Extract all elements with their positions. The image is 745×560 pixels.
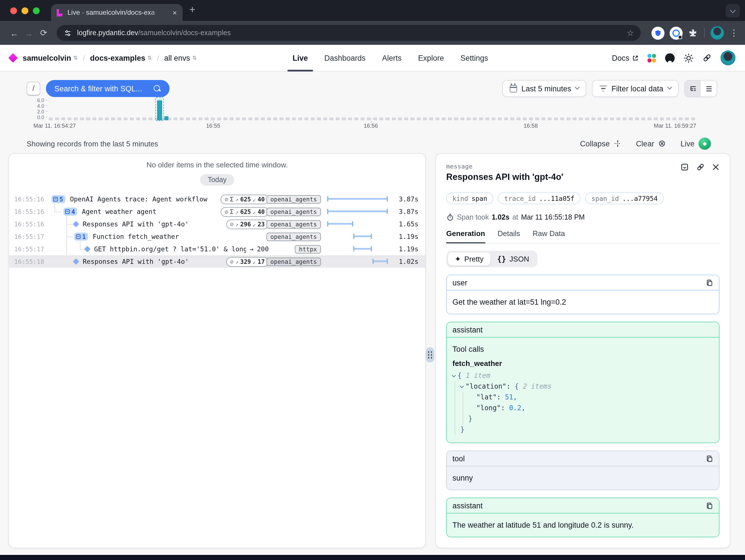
copy-icon[interactable] [706, 502, 713, 509]
span-name: Responses API with 'gpt-4o' [83, 257, 219, 266]
browser-tab[interactable]: Live · samuelcolvin/docs-exa × [51, 4, 183, 21]
search-icon [153, 85, 161, 92]
logfire-logo-icon[interactable] [8, 53, 18, 63]
token-icon: ⊘ [230, 221, 234, 227]
search-filter-button[interactable]: Search & filter with SQL... [46, 80, 169, 97]
span-timestamp: 16:55:17 [14, 245, 42, 253]
role-label: assistant [452, 325, 483, 334]
window-bottom-edge [0, 555, 745, 560]
nav-tab-live[interactable]: Live [293, 45, 308, 71]
scrub-to-span-icon[interactable] [680, 163, 689, 172]
app-header: samuelcolvin ⇅ / docs-examples ⇅ / all e… [0, 45, 745, 71]
clear-button[interactable]: Clear ⊗ [636, 139, 666, 148]
bookmark-star-icon[interactable]: ☆ [627, 28, 634, 37]
nav-tab-alerts[interactable]: Alerts [382, 45, 402, 71]
breadcrumb-env[interactable]: all envs [164, 54, 190, 62]
address-bar[interactable]: logfire.pydantic.dev/samuelcolvin/docs-e… [57, 25, 641, 41]
tab-raw-data[interactable]: Raw Data [533, 229, 565, 243]
panel-resize-handle[interactable] [426, 347, 434, 363]
span-diamond-icon [73, 221, 79, 227]
span-id-badge[interactable]: span_id...a77954 [585, 192, 664, 204]
span-detail-panel: message Responses API with 'gpt-4o' kind… [435, 153, 730, 548]
trace-rows: 16:55:16 5 OpenAI Agents trace: Agent wo… [9, 193, 425, 268]
zoom-window-button[interactable] [33, 7, 40, 14]
trace-row[interactable]: 16:55:16 Responses API with 'gpt-4o' ⊘ ↗… [9, 218, 425, 230]
trace-list-panel: No older items in the selected time wind… [8, 153, 426, 548]
tab-search-button[interactable] [726, 4, 740, 18]
collapse-group-badge[interactable]: 5 [52, 195, 65, 203]
collapse-chevron-icon[interactable] [452, 373, 456, 377]
took-duration: 1.02s [492, 213, 510, 221]
scope-tag: openai_agents [266, 195, 321, 204]
copy-icon[interactable] [706, 455, 713, 462]
slack-icon[interactable] [647, 54, 656, 62]
breadcrumb-org[interactable]: samuelcolvin [23, 54, 71, 62]
user-avatar[interactable] [721, 51, 735, 65]
breadcrumb-project[interactable]: docs-examples [90, 54, 145, 62]
forward-button[interactable]: → [22, 28, 36, 38]
token-usage-badge: ⊘ ↗329 ↙17 [226, 257, 269, 267]
privacy-extension-icon[interactable] [670, 26, 683, 39]
output-tokens-icon: ↙ [253, 209, 256, 215]
y-tick-label: 2.0 [31, 109, 44, 115]
github-icon[interactable] [665, 53, 675, 63]
browser-menu-icon[interactable]: ⋮ [730, 28, 738, 38]
env-switcher-icon[interactable]: ⇅ [192, 55, 196, 61]
tab-details[interactable]: Details [497, 229, 520, 243]
docs-link[interactable]: Docs [612, 54, 639, 62]
trace-id-badge[interactable]: trace_id...11a05f [498, 192, 581, 204]
theme-toggle-sun-icon[interactable] [684, 53, 693, 63]
collapse-group-badge[interactable]: 1 [74, 233, 88, 241]
nav-tab-settings[interactable]: Settings [460, 45, 488, 71]
collapse-chevron-icon[interactable] [460, 384, 464, 388]
header-right: Docs [612, 51, 735, 65]
filter-local-data-button[interactable]: Filter local data [592, 80, 679, 97]
nav-tab-dashboards[interactable]: Dashboards [324, 45, 366, 71]
trace-row[interactable]: 16:55:17 1 Function fetch_weather openai… [9, 230, 425, 243]
browser-profile-avatar[interactable] [710, 26, 724, 40]
clear-label: Clear [636, 139, 654, 148]
live-indicator-icon: ◆ [699, 137, 711, 150]
chevron-down-icon [575, 85, 580, 89]
minimize-window-button[interactable] [22, 7, 28, 14]
org-switcher-icon[interactable]: ⇅ [73, 55, 78, 61]
trace-row-selected[interactable]: 16:55:18 Responses API with 'gpt-4o' ⊘ ↗… [9, 255, 425, 268]
copy-link-icon[interactable] [696, 163, 705, 172]
y-tick [46, 111, 47, 112]
share-link-icon[interactable] [703, 53, 712, 62]
bitwarden-extension-icon[interactable] [651, 26, 665, 39]
trace-row[interactable]: 16:55:16 4 Agent weather agent ⊘ Σ ↗625 … [9, 206, 425, 218]
tab-generation[interactable]: Generation [446, 229, 485, 243]
token-usage-badge: ⊘ Σ ↗625 ↙40 [221, 194, 269, 204]
list-view-button[interactable] [701, 81, 717, 96]
live-label: Live [680, 139, 694, 148]
timeline-bar-small[interactable] [164, 116, 168, 120]
reload-button[interactable]: ⟳ [36, 28, 51, 38]
timeline-chart[interactable]: 6.0 4.0 2.0 0.0 Mar 11. 16:54:27 16:55 1… [0, 98, 745, 133]
collapse-button[interactable]: Collapse [580, 139, 621, 148]
token-icon: ⊘ [230, 258, 234, 265]
time-range-button[interactable]: Last 5 minutes [502, 80, 586, 97]
tab-close-icon[interactable]: × [173, 8, 177, 17]
close-window-button[interactable] [10, 7, 17, 14]
pretty-toggle-button[interactable]: ✦ Pretty [448, 252, 490, 266]
trace-row[interactable]: 16:55:16 5 OpenAI Agents trace: Agent wo… [9, 193, 425, 206]
records-bar: Showing records from the last 5 minutes … [27, 136, 711, 151]
url-path: /samuelcolvin/docs-examples [138, 29, 231, 37]
output-tokens: 40 [258, 208, 265, 215]
close-icon[interactable] [712, 163, 719, 171]
back-button[interactable]: ← [7, 28, 22, 38]
nav-tab-explore[interactable]: Explore [418, 45, 444, 71]
copy-icon[interactable] [706, 279, 713, 286]
project-switcher-icon[interactable]: ⇅ [148, 55, 152, 61]
trace-row[interactable]: 16:55:17 GET httpbin.org/get ? lat='51.0… [9, 243, 425, 255]
new-tab-button[interactable]: + [189, 4, 195, 15]
json-toggle-button[interactable]: {} JSON [490, 252, 536, 266]
live-toggle[interactable]: Live ◆ [680, 137, 711, 150]
extensions-puzzle-icon[interactable] [688, 28, 698, 37]
timeline-bar[interactable] [157, 100, 162, 120]
input-tokens: 625 [240, 208, 251, 215]
tree-view-button[interactable] [685, 81, 701, 96]
collapse-group-badge[interactable]: 4 [64, 208, 77, 216]
site-settings-icon[interactable] [64, 29, 72, 37]
